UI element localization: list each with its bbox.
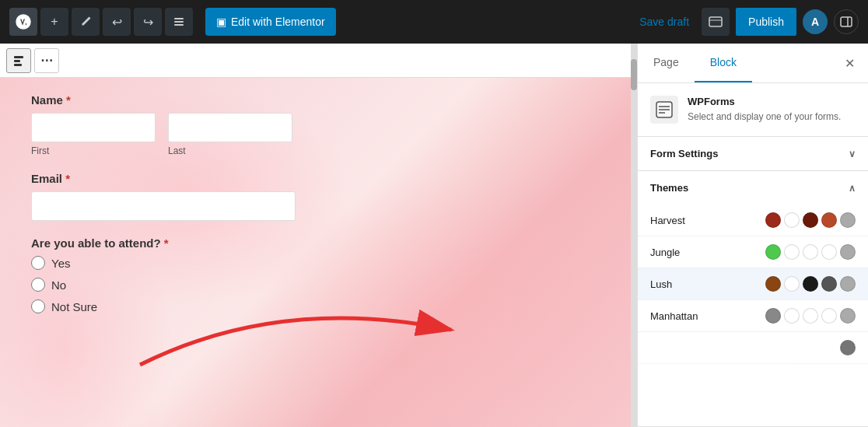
save-draft-button[interactable]: Save draft <box>633 16 695 28</box>
radio-not-sure[interactable]: Not Sure <box>31 299 296 313</box>
avatar-letter: A <box>811 16 819 28</box>
preview-button[interactable] <box>702 8 730 36</box>
email-field-wrapper <box>31 191 296 221</box>
manhattan-swatch-1 <box>765 308 781 324</box>
lush-swatch-3 <box>803 276 818 292</box>
radio-no-label: No <box>51 278 66 292</box>
panel-tabs: Page Block <box>638 44 752 82</box>
panel-close-button[interactable]: ✕ <box>837 51 862 75</box>
name-fields-row: First Last <box>31 113 296 156</box>
attend-label: Are you able to attend? * <box>31 236 296 250</box>
svg-rect-1 <box>174 18 184 19</box>
tools-button[interactable] <box>72 8 100 36</box>
theme-jungle[interactable]: Jungle <box>638 236 868 268</box>
lush-swatch-2 <box>784 276 800 292</box>
next-swatch-1 <box>840 340 856 355</box>
elementor-button[interactable]: ▣ Edit with Elementor <box>205 8 336 36</box>
form-settings-label: Form Settings <box>650 148 718 159</box>
publish-button[interactable]: Publish <box>736 8 796 36</box>
radio-yes[interactable]: Yes <box>31 256 296 270</box>
list-view-btn[interactable] <box>6 48 31 73</box>
jungle-swatch-3 <box>803 244 818 260</box>
toolbar-right: Save draft Publish A <box>633 8 859 36</box>
radio-no[interactable]: No <box>31 278 296 292</box>
tab-block[interactable]: Block <box>695 44 752 82</box>
theme-lush[interactable]: Lush <box>638 268 868 300</box>
close-icon: ✕ <box>845 56 855 71</box>
panel-header: Page Block ✕ <box>638 44 868 83</box>
themes-header[interactable]: Themes ∧ <box>638 171 868 205</box>
svg-rect-8 <box>14 56 23 58</box>
wp-logo[interactable] <box>9 8 37 36</box>
jungle-swatch-4 <box>821 244 837 260</box>
harvest-swatch-3 <box>803 212 818 228</box>
theme-manhattan[interactable]: Manhattan <box>638 300 868 332</box>
lush-swatches <box>765 276 856 292</box>
radio-group: Yes No Not Sure <box>31 256 296 313</box>
form-content: Name * First Last <box>0 78 327 345</box>
lush-swatch-1 <box>765 276 781 292</box>
wpforms-block-icon <box>650 96 678 124</box>
radio-not-sure-input[interactable] <box>31 299 45 313</box>
form-background: Name * First Last <box>0 44 637 427</box>
next-swatches <box>840 340 856 355</box>
svg-rect-9 <box>14 60 20 62</box>
email-label: Email * <box>31 172 296 185</box>
form-settings-header[interactable]: Form Settings ∨ <box>638 137 868 170</box>
jungle-swatch-2 <box>784 244 800 260</box>
avatar-button[interactable]: A <box>803 9 828 34</box>
form-settings-section: Form Settings ∨ <box>638 137 868 171</box>
last-name-input[interactable] <box>168 113 292 142</box>
toolbar-left: + ↩ ↪ ▣ Edit with Elementor <box>9 8 336 36</box>
sidebar-toggle-button[interactable] <box>834 9 859 34</box>
attend-field-section: Are you able to attend? * Yes No <box>31 236 296 313</box>
ellipsis-icon: ⋯ <box>40 53 53 68</box>
list-view-icon <box>12 54 25 67</box>
harvest-swatch-5 <box>840 212 856 228</box>
email-input[interactable] <box>31 191 296 221</box>
tab-page[interactable]: Page <box>638 44 695 82</box>
themes-chevron: ∧ <box>849 183 856 194</box>
more-options-btn[interactable]: ⋯ <box>34 48 59 73</box>
first-sublabel: First <box>31 145 156 156</box>
add-block-button[interactable]: + <box>40 8 68 36</box>
redo-button[interactable]: ↪ <box>134 8 162 36</box>
email-field-section: Email * <box>31 172 296 221</box>
lush-swatch-4 <box>821 276 837 292</box>
jungle-swatch-1 <box>765 244 781 260</box>
block-info: WPForms Select and display one of your f… <box>638 83 868 137</box>
elementor-label: Edit with Elementor <box>231 16 325 28</box>
theme-next[interactable] <box>638 332 868 364</box>
canvas-area: ⋯ Name * First <box>0 44 637 427</box>
harvest-swatch-1 <box>765 212 781 228</box>
preview-icon <box>709 15 723 29</box>
redo-icon: ↪ <box>143 15 153 30</box>
form-settings-chevron: ∨ <box>849 149 856 159</box>
svg-rect-6 <box>841 17 852 26</box>
block-info-text: WPForms Select and display one of your f… <box>688 96 841 124</box>
themes-label: Themes <box>650 182 688 194</box>
last-name-field: Last <box>168 113 292 156</box>
jungle-swatches <box>765 244 856 260</box>
undo-button[interactable]: ↩ <box>103 8 131 36</box>
lush-label: Lush <box>650 278 756 290</box>
first-name-field: First <box>31 113 156 156</box>
pencil-icon <box>79 16 92 28</box>
radio-no-input[interactable] <box>31 278 45 292</box>
manhattan-swatch-2 <box>784 308 800 324</box>
main-toolbar: + ↩ ↪ ▣ Edit with Elementor Save draft <box>0 0 868 44</box>
main-area: ⋯ Name * First <box>0 44 868 427</box>
canvas-scrollbar[interactable] <box>631 44 637 427</box>
svg-rect-3 <box>174 24 184 26</box>
manhattan-swatches <box>765 308 856 324</box>
block-title: WPForms <box>688 96 841 107</box>
list-view-button[interactable] <box>165 8 193 36</box>
manhattan-swatch-3 <box>803 308 818 324</box>
radio-yes-input[interactable] <box>31 256 45 270</box>
lush-swatch-5 <box>840 276 856 292</box>
list-icon <box>173 16 185 28</box>
themes-section: Themes ∧ Harvest Jungle <box>638 171 868 427</box>
scrollbar-thumb[interactable] <box>631 59 637 90</box>
first-name-input[interactable] <box>31 113 156 142</box>
theme-harvest[interactable]: Harvest <box>638 205 868 236</box>
